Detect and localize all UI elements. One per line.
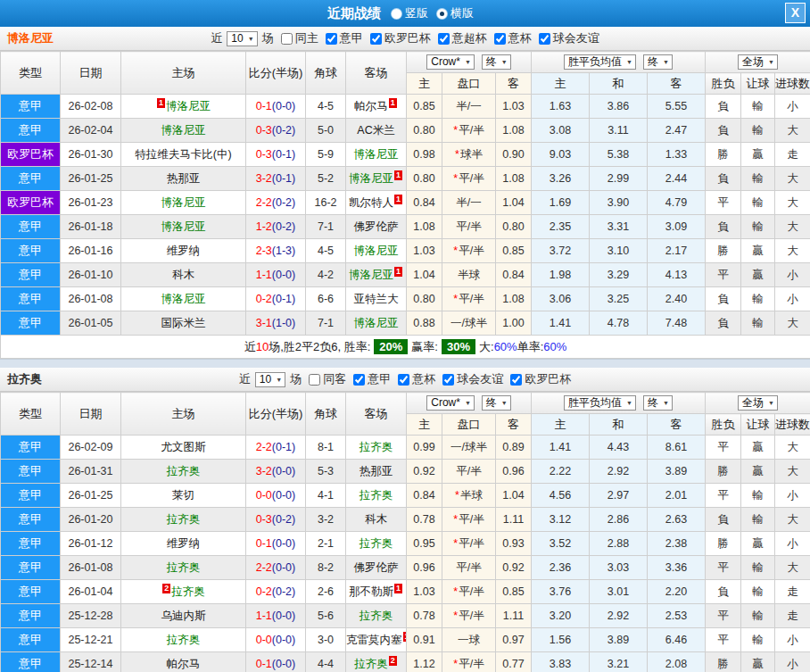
team-section: 拉齐奥近10▼场同客意甲意杯球会友谊欧罗巴杯类型日期主场比分(半场)角球客场Cr… bbox=[0, 368, 810, 672]
handicap-value: 半球 bbox=[460, 489, 483, 502]
same-venue-checkbox[interactable] bbox=[281, 33, 293, 45]
match-row: 意甲26-01-25热那亚3-2(0-1)5-2博洛尼亚10.80*平/半1.0… bbox=[1, 167, 810, 191]
handicap-result-cell: 輸 bbox=[741, 604, 775, 628]
handicap-result-cell: 輸 bbox=[741, 95, 775, 119]
handicap-cell: *平/半 bbox=[442, 532, 496, 556]
goals-result-cell: 小 bbox=[775, 263, 810, 287]
home-team-cell: 科木 bbox=[121, 263, 246, 287]
close-button[interactable]: X bbox=[785, 3, 806, 23]
odds-home-cell: 0.80 bbox=[407, 287, 442, 311]
league-filter-checkbox[interactable] bbox=[438, 33, 450, 45]
halftime-score: (0-2) bbox=[272, 513, 295, 526]
team-label: AC米兰 bbox=[357, 124, 394, 137]
league-filter-checkbox[interactable] bbox=[539, 33, 550, 45]
league-filter-checkbox[interactable] bbox=[510, 374, 522, 386]
league-cell: 意甲 bbox=[1, 652, 61, 672]
header-group-row: 类型日期主场比分(半场)角球客场Crow*▼终▼胜平负均值▼终▼全场▼ bbox=[1, 52, 810, 73]
mean-time-select[interactable]: 终▼ bbox=[643, 395, 673, 411]
odds-company-select-value: Crow* bbox=[431, 396, 460, 410]
column-header: 客场 bbox=[346, 52, 407, 95]
section-header: 拉齐奥近10▼场同客意甲意杯球会友谊欧罗巴杯 bbox=[0, 368, 810, 392]
odds-home-cell: 0.84 bbox=[407, 191, 442, 215]
odds-company-select[interactable]: Crow*▼ bbox=[426, 395, 475, 411]
mean-away-cell: 2.47 bbox=[648, 119, 706, 143]
rate-badge: 20% bbox=[374, 339, 408, 354]
vertical-layout-label[interactable]: 竖版 bbox=[405, 5, 428, 21]
away-team-cell: 拉齐奥2 bbox=[346, 652, 407, 672]
column-header: 主场 bbox=[121, 52, 246, 95]
odds-away-cell: 0.92 bbox=[496, 556, 532, 580]
odds-away-cell: 0.90 bbox=[496, 143, 532, 167]
score-cell: 1-2(0-2) bbox=[246, 215, 306, 239]
sub-column-header: 让球 bbox=[741, 73, 775, 95]
handicap-cell: 一球 bbox=[442, 628, 496, 652]
mean-home-cell: 2.36 bbox=[532, 556, 590, 580]
league-filter-label: 意甲 bbox=[368, 371, 391, 387]
score-cell: 0-0(0-0) bbox=[246, 628, 306, 652]
league-filter-checkbox[interactable] bbox=[370, 33, 382, 45]
team-label: 博洛尼亚 bbox=[354, 148, 399, 161]
goals-result-cell: 小 bbox=[775, 287, 810, 311]
halftime-score: (0-2) bbox=[272, 124, 295, 137]
matches-count-select[interactable]: 10▼ bbox=[227, 31, 257, 46]
league-filter-checkbox[interactable] bbox=[494, 33, 506, 45]
goals-result-cell: 大 bbox=[775, 556, 810, 580]
handicap-cell: 半/一 bbox=[442, 191, 496, 215]
early-change-star: * bbox=[453, 610, 458, 622]
mean-group-header: 胜平负均值▼终▼ bbox=[532, 52, 706, 73]
handicap-result-cell: 輸 bbox=[741, 628, 775, 652]
corners-cell: 16-2 bbox=[306, 191, 346, 215]
league-cell: 意甲 bbox=[1, 604, 61, 628]
result-cell: 勝 bbox=[706, 532, 741, 556]
score-cell: 1-1(0-0) bbox=[246, 263, 306, 287]
chevron-down-icon: ▼ bbox=[501, 396, 508, 410]
league-filter-checkbox[interactable] bbox=[326, 33, 337, 45]
handicap-value: 平/半 bbox=[456, 220, 481, 233]
mean-time-select[interactable]: 终▼ bbox=[643, 54, 673, 70]
away-team-cell: 热那亚 bbox=[346, 460, 407, 484]
odds-time-select[interactable]: 终▼ bbox=[482, 54, 511, 70]
mean-home-cell: 9.03 bbox=[532, 143, 590, 167]
odds-away-cell: 0.80 bbox=[496, 215, 532, 239]
horizontal-layout-label[interactable]: 横版 bbox=[450, 5, 474, 21]
same-venue-checkbox[interactable] bbox=[309, 374, 320, 386]
handicap-value: 平/半 bbox=[459, 585, 484, 598]
league-cell: 意甲 bbox=[1, 580, 61, 604]
halftime-score: (0-1) bbox=[272, 441, 295, 453]
scope-select[interactable]: 全场▼ bbox=[738, 395, 778, 411]
table-head: 类型日期主场比分(半场)角球客场Crow*▼终▼胜平负均值▼终▼全场▼主盘口客主… bbox=[1, 393, 810, 436]
scope-select[interactable]: 全场▼ bbox=[738, 54, 778, 70]
team-label: 帕尔马 bbox=[167, 658, 201, 670]
date-cell: 26-01-08 bbox=[61, 287, 121, 311]
date-cell: 26-01-04 bbox=[61, 580, 121, 604]
league-filter-checkbox[interactable] bbox=[442, 374, 454, 386]
result-cell: 負 bbox=[706, 95, 741, 119]
odds-company-select[interactable]: Crow*▼ bbox=[426, 54, 475, 70]
team-label: 博洛尼亚 bbox=[349, 269, 393, 281]
league-cell: 意甲 bbox=[1, 311, 61, 336]
filter-matches-label: 场 bbox=[262, 30, 274, 46]
column-header: 比分(半场) bbox=[246, 52, 306, 95]
score-cell: 0-2(0-2) bbox=[246, 580, 306, 604]
mean-home-cell: 1.98 bbox=[532, 263, 590, 287]
horizontal-layout-radio[interactable] bbox=[437, 9, 447, 19]
halftime-score: (0-2) bbox=[272, 220, 295, 233]
wdl-mean-select[interactable]: 胜平负均值▼ bbox=[564, 54, 636, 70]
mean-away-cell: 7.48 bbox=[648, 311, 706, 336]
fulltime-score: 0-2 bbox=[256, 585, 272, 598]
goals-result-cell: 小 bbox=[775, 484, 810, 508]
red-card-badge: 2 bbox=[389, 656, 397, 666]
wdl-mean-select[interactable]: 胜平负均值▼ bbox=[564, 395, 636, 411]
away-team-cell: 那不勒斯1 bbox=[346, 580, 407, 604]
league-filter-label: 欧罗巴杯 bbox=[384, 30, 431, 46]
summary-row: 近10场,胜2平2负6, 胜率:20%赢率:30%大:60%单率:60% bbox=[1, 336, 810, 359]
odds-away-cell: 0.97 bbox=[496, 628, 532, 652]
vertical-layout-radio[interactable] bbox=[392, 9, 401, 19]
league-filter-checkbox[interactable] bbox=[353, 374, 365, 386]
odds-time-select[interactable]: 终▼ bbox=[482, 395, 511, 411]
sub-column-header: 主 bbox=[407, 73, 442, 95]
mean-draw-cell: 3.03 bbox=[590, 556, 648, 580]
goals-result-cell: 大 bbox=[775, 460, 810, 484]
matches-count-select[interactable]: 10▼ bbox=[255, 372, 285, 387]
league-filter-checkbox[interactable] bbox=[398, 374, 409, 386]
